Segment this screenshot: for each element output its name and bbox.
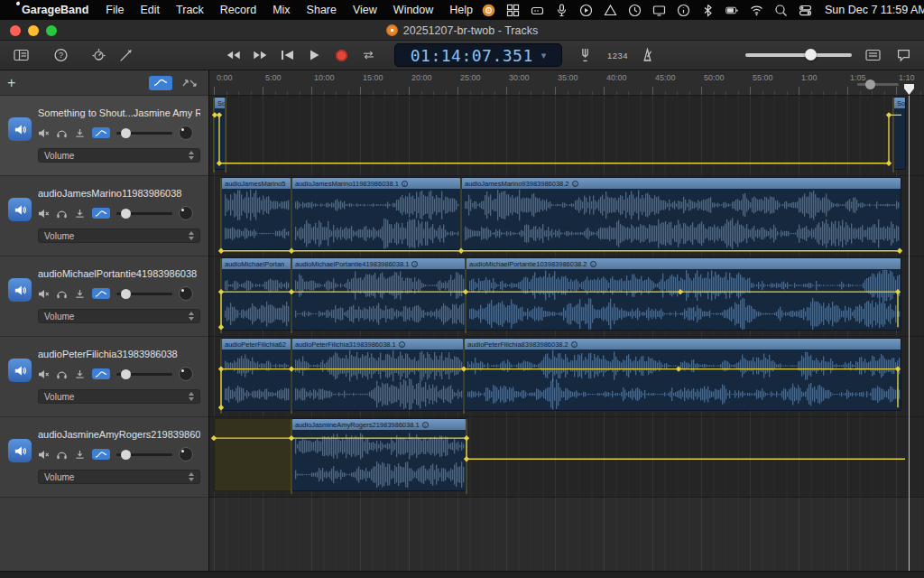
docker-icon[interactable] [530, 3, 544, 17]
menu-edit[interactable]: Edit [133, 4, 169, 16]
quick-help-bubble-icon[interactable] [893, 45, 913, 65]
track-header[interactable]: Something to Shout...Jasmine Amy RogersV… [0, 96, 208, 176]
track-automation-toggle[interactable] [92, 208, 110, 219]
track-name[interactable]: audioJamesMarino11983986038 [38, 188, 200, 199]
input-monitor-button[interactable] [74, 289, 86, 299]
go-to-beginning-button[interactable] [276, 46, 299, 64]
track-volume-knob[interactable] [121, 450, 131, 460]
automation-parameter-select[interactable]: Volume [38, 309, 200, 323]
metronome-icon[interactable] [637, 45, 657, 65]
empty-lane-area[interactable] [209, 498, 924, 571]
clock-icon[interactable] [627, 3, 642, 17]
automation-parameter-select[interactable]: Volume [38, 389, 200, 404]
track-speaker-icon[interactable] [8, 117, 32, 141]
menu-view[interactable]: View [345, 4, 385, 16]
audio-region[interactable]: So [893, 97, 906, 170]
rewind-button[interactable] [222, 46, 245, 64]
track-volume-slider[interactable] [116, 453, 172, 456]
track-lane[interactable]: audioJamesMarino5audioJamesMarino1198398… [209, 176, 924, 256]
audio-region[interactable]: audioPeterFilichia83983986038.2i [464, 338, 901, 411]
track-lane[interactable]: SoSo [209, 96, 924, 176]
track-name[interactable]: audioPeterFilichia31983986038 [38, 349, 200, 359]
region-title-bar[interactable]: audioJamesMarino5 [222, 178, 291, 189]
track-volume-knob[interactable] [121, 289, 131, 299]
audio-region[interactable]: audioJamesMarino93983986038.2i [461, 177, 901, 250]
solo-headphones-button[interactable] [56, 128, 68, 138]
menu-app-name[interactable]: GarageBand [16, 4, 97, 16]
track-name[interactable]: Something to Shout...Jasmine Amy Rogers [38, 107, 200, 118]
menu-record[interactable]: Record [212, 4, 264, 16]
quick-help-question-icon[interactable]: ? [51, 45, 70, 65]
track-lane[interactable]: audioMichaelPortanaudioMichaelPortantie4… [209, 256, 924, 337]
track-name[interactable]: audioMichaelPortantie41983986038 [38, 268, 200, 279]
region-info-icon[interactable]: i [399, 341, 405, 348]
track-automation-toggle[interactable] [92, 449, 110, 460]
track-header[interactable]: audioJasmineAmyRogers21983986038Volume [0, 417, 208, 498]
region-title-bar[interactable]: audioPeterFilichia62 [222, 339, 291, 350]
input-monitor-button[interactable] [74, 450, 86, 460]
display-mode-icon[interactable] [863, 45, 882, 65]
zoom-slider[interactable] [857, 83, 899, 86]
menu-track[interactable]: Track [168, 4, 212, 16]
time-ruler[interactable]: 0:005:0010:0015:0020:0025:0030:0035:0040… [209, 70, 924, 96]
audio-region[interactable]: audioPeterFilichia62 [221, 338, 291, 411]
track-volume-slider[interactable] [116, 373, 172, 376]
audio-region[interactable]: audioMichaelPortantie41983986038.1i [291, 257, 466, 331]
menu-file[interactable]: File [97, 4, 132, 16]
track-speaker-icon[interactable] [8, 439, 32, 462]
region-title-bar[interactable]: So [215, 98, 225, 108]
display-icon[interactable] [651, 3, 666, 17]
search-icon[interactable] [773, 3, 788, 17]
region-info-icon[interactable]: i [411, 261, 418, 267]
automation-parameter-select[interactable]: Volume [38, 148, 200, 163]
play-button[interactable] [303, 46, 326, 64]
track-name[interactable]: audioJasmineAmyRogers21983986038 [38, 429, 200, 440]
track-speaker-icon[interactable] [8, 198, 32, 221]
pan-knob[interactable] [179, 286, 193, 301]
count-in-button[interactable]: 1234 [607, 51, 628, 61]
record-badge-icon[interactable] [481, 3, 495, 17]
forward-button[interactable] [249, 46, 272, 64]
track-automation-toggle[interactable] [92, 368, 110, 379]
region-title-bar[interactable]: So [894, 98, 905, 108]
region-title-bar[interactable]: audioJamesMarino93983986038.2i [462, 178, 901, 189]
play-circle-icon[interactable] [578, 3, 593, 17]
region-title-bar[interactable]: audioMichaelPortantie103983986038.2i [467, 258, 901, 269]
track-volume-slider[interactable] [116, 293, 172, 295]
add-track-button[interactable]: + [7, 76, 15, 90]
audio-region[interactable]: audioPeterFilichia31983986038.1i [291, 338, 464, 411]
audio-region[interactable]: audioJamesMarino5 [221, 177, 291, 250]
menu-mix[interactable]: Mix [264, 4, 298, 16]
battery-icon[interactable] [725, 3, 739, 17]
automation-selection-region[interactable] [214, 418, 291, 491]
wifi-icon[interactable] [749, 3, 763, 17]
lcd-display[interactable]: 01:14:07.351 ▾ [394, 43, 562, 67]
smart-controls-icon[interactable] [88, 45, 108, 65]
library-toggle-icon[interactable] [11, 45, 31, 65]
region-title-bar[interactable]: audioJamesMarino11983986038.1i [292, 178, 460, 189]
editor-pencil-icon[interactable] [116, 45, 135, 65]
tuner-icon[interactable] [575, 45, 595, 65]
pan-knob[interactable] [179, 206, 193, 220]
track-volume-knob[interactable] [121, 369, 131, 379]
region-title-bar[interactable]: audioMichaelPortantie41983986038.1i [292, 258, 465, 269]
master-volume-slider[interactable] [745, 53, 852, 57]
audio-region[interactable]: audioJamesMarino11983986038.1i [291, 177, 461, 250]
region-title-bar[interactable]: audioJasmineAmyRogers21983986038.1i [292, 419, 466, 430]
region-info-icon[interactable]: i [422, 422, 429, 428]
mute-button[interactable] [38, 128, 50, 138]
info-icon[interactable] [676, 3, 690, 17]
pan-knob[interactable] [179, 367, 193, 381]
track-lane[interactable]: audioPeterFilichia62audioPeterFilichia31… [209, 337, 924, 417]
playhead-line[interactable] [909, 96, 910, 571]
automation-parameter-select[interactable]: Volume [38, 228, 200, 243]
bottom-scrollbar-area[interactable] [0, 571, 924, 578]
audio-region[interactable]: audioMichaelPortan [221, 257, 291, 331]
mic-icon[interactable] [554, 3, 568, 17]
pan-knob[interactable] [179, 447, 193, 461]
audio-region[interactable]: audioJasmineAmyRogers21983986038.1i [291, 418, 467, 491]
solo-headphones-button[interactable] [56, 209, 68, 219]
track-automation-toggle[interactable] [92, 288, 110, 299]
cycle-button[interactable] [357, 46, 380, 64]
track-volume-knob[interactable] [121, 209, 131, 219]
